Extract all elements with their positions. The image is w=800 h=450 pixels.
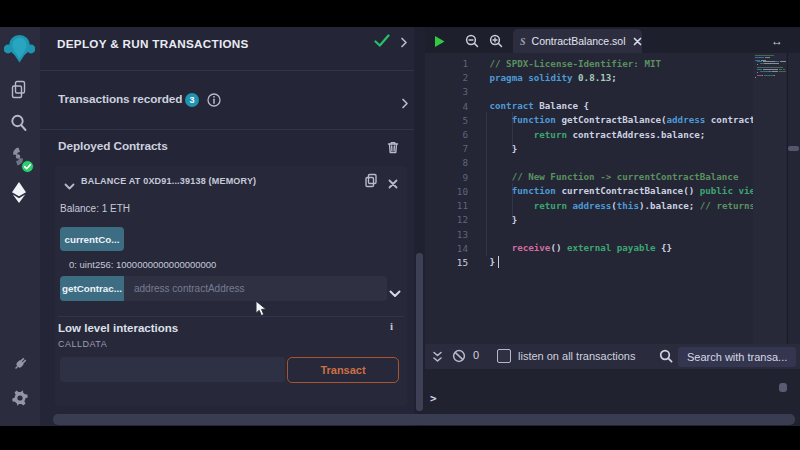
code-line: }	[490, 214, 518, 225]
panel-scrollbar-thumb[interactable]	[416, 253, 423, 411]
clear-console-icon[interactable]	[452, 349, 466, 367]
code-line: receive() external payable {}	[490, 242, 673, 253]
compile-success-badge-icon	[21, 160, 34, 173]
calldata-input[interactable]	[60, 357, 285, 382]
horizontal-scrollbar-thumb[interactable]	[53, 414, 795, 425]
contract-balance-label: Balance: 1 ETH	[60, 203, 130, 214]
low-level-info-icon[interactable]: i	[390, 320, 393, 332]
run-script-play-icon[interactable]	[433, 34, 446, 52]
code-editor[interactable]: 1// SPDX-License-Identifier: MIT2pragma …	[425, 53, 800, 344]
card-divider	[58, 316, 404, 317]
minimap-line-mark	[760, 71, 764, 72]
minimap-line-mark	[769, 57, 770, 58]
contract-collapse-chevron-icon[interactable]	[64, 177, 75, 195]
main-view: S ContractBalance.sol ↔ 1// SPDX-License…	[425, 27, 800, 426]
trash-icon[interactable]	[387, 140, 399, 158]
vertical-icon-bar	[0, 27, 40, 426]
gutter-line-number: 3	[425, 86, 468, 97]
minimap-line-mark	[764, 75, 769, 76]
code-area[interactable]: 1// SPDX-License-Identifier: MIT2pragma …	[425, 53, 753, 344]
mouse-pointer	[255, 300, 268, 322]
tab-label: ContractBalance.sol	[532, 35, 626, 47]
code-line: }	[490, 143, 518, 154]
contract-instance-title: BALANCE AT 0XD91...39138 (MEMORY)	[81, 176, 256, 186]
collapse-terminal-icon[interactable]	[432, 350, 443, 368]
minimap-line-mark	[769, 75, 773, 76]
transact-button[interactable]: Transact	[287, 357, 399, 383]
minimap-line-mark	[764, 63, 779, 64]
environment-ok-check-icon	[374, 34, 390, 52]
gutter-line-number: 1	[425, 58, 468, 69]
code-line: return contractAddress.balance;	[490, 129, 706, 140]
minimap-line-mark	[757, 64, 758, 65]
solidity-file-icon: S	[520, 36, 526, 47]
panel-expand-chevron-icon[interactable]	[400, 37, 408, 50]
resize-horizontal-icon[interactable]: ↔	[771, 34, 783, 48]
deploy-run-panel: DEPLOY & RUN TRANSACTIONS Transactions r…	[40, 27, 425, 426]
gutter-line-number: 15	[425, 257, 468, 268]
call-output-value: 0: uint256: 1000000000000000000	[69, 259, 216, 270]
minimap-line-mark	[755, 57, 759, 58]
terminal-prompt: >	[430, 392, 437, 405]
code-line: function currentContractBalance() public…	[490, 185, 754, 196]
gutter-line-number: 12	[425, 214, 468, 225]
gutter-line-number: 7	[425, 143, 468, 154]
transactions-expand-chevron-icon[interactable]	[401, 95, 409, 113]
remix-ide-screen: DEPLOY & RUN TRANSACTIONS Transactions r…	[0, 0, 800, 450]
remix-logo-icon[interactable]	[4, 33, 35, 64]
listen-transactions-checkbox[interactable]	[497, 349, 511, 363]
panel-divider	[40, 129, 414, 130]
zoom-in-icon[interactable]	[489, 34, 503, 52]
gutter-line-number: 10	[425, 186, 468, 197]
minimap-line-mark	[774, 75, 775, 76]
deploy-run-icon[interactable]	[9, 181, 29, 204]
gutter-line-number: 2	[425, 72, 468, 83]
minimap[interactable]	[753, 53, 786, 344]
code-line: function getContractBalance(address cont…	[490, 114, 754, 125]
terminal-search-icon[interactable]	[659, 349, 673, 367]
terminal-search-input[interactable]	[678, 347, 796, 367]
remove-contract-icon[interactable]	[388, 175, 398, 193]
minimap-line-mark	[780, 61, 786, 62]
gutter-line-number: 4	[425, 101, 468, 112]
get-contract-balance-button[interactable]: getContrac...	[60, 276, 124, 301]
current-contract-balance-button[interactable]: currentCo...	[60, 227, 124, 251]
overview-ruler-mark	[788, 146, 799, 151]
editor-right-divider	[787, 53, 788, 344]
gutter-line-number: 8	[425, 157, 468, 168]
panel-divider	[40, 70, 414, 71]
plugin-manager-icon[interactable]	[12, 355, 29, 372]
gutter-line-number: 13	[425, 229, 468, 240]
gutter-line-number: 5	[425, 115, 468, 126]
code-line: contract Balance {	[490, 100, 590, 111]
code-line: // SPDX-License-Identifier: MIT	[490, 58, 661, 69]
zoom-out-icon[interactable]	[465, 34, 479, 52]
gutter-line-number: 11	[425, 200, 468, 211]
calldata-label: CALLDATA	[58, 339, 107, 349]
code-line: // New Function -> currentContractBalanc…	[490, 171, 739, 182]
file-explorer-icon[interactable]	[10, 80, 29, 100]
editor-tab-contractbalance[interactable]: S ContractBalance.sol	[513, 29, 642, 53]
terminal-scrollbar-thumb[interactable]	[779, 383, 787, 392]
listen-transactions-label: listen on all transactions	[518, 350, 635, 362]
contract-address-input[interactable]	[124, 276, 387, 301]
low-level-interactions-label: Low level interactions	[58, 322, 178, 334]
gutter-line-number: 6	[425, 129, 468, 140]
minimap-line-mark	[757, 72, 758, 73]
editor-tabbar: S ContractBalance.sol ↔	[425, 27, 800, 53]
copy-address-icon[interactable]	[364, 173, 378, 192]
minimap-line-mark	[755, 77, 756, 78]
deployed-contracts-label: Deployed Contracts	[58, 139, 168, 153]
transactions-info-icon[interactable]	[207, 93, 221, 111]
text-cursor	[498, 256, 499, 268]
minimap-line-mark	[772, 71, 778, 72]
minimap-line-mark	[760, 63, 764, 64]
code-line: pragma solidity 0.8.13;	[490, 72, 617, 83]
tab-close-icon[interactable]	[633, 32, 642, 50]
settings-gear-icon[interactable]	[11, 389, 29, 407]
code-line: return address(this).balance; // returns…	[490, 200, 754, 211]
gutter-line-number: 14	[425, 243, 468, 254]
minimap-line-mark	[759, 57, 764, 58]
expand-args-chevron-icon[interactable]	[389, 285, 401, 303]
search-icon[interactable]	[9, 113, 28, 133]
